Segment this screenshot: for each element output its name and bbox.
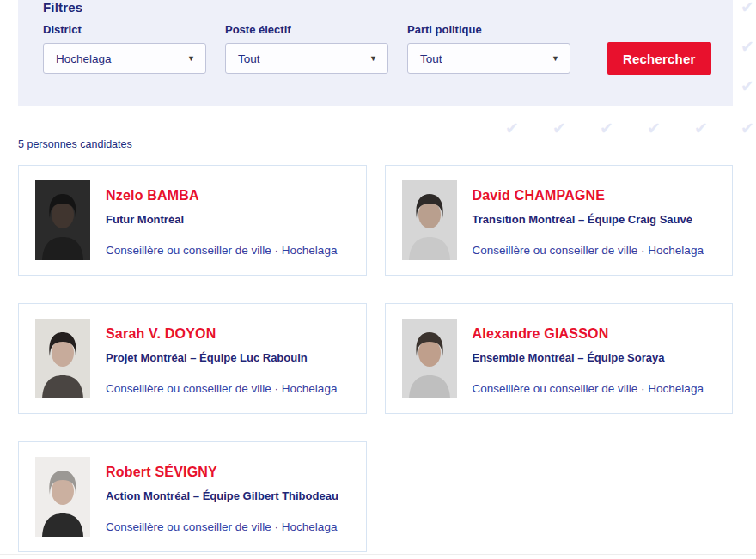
parti-select[interactable]: Tout ▼ <box>407 43 570 74</box>
checkmark-icon: ✔ <box>552 120 566 137</box>
checkmark-icon: ✔ <box>600 120 613 137</box>
filter-field-district: District Hochelaga ▼ <box>43 23 206 74</box>
poste-select-value: Tout <box>238 52 260 65</box>
section-divider <box>0 554 756 555</box>
poste-select[interactable]: Tout ▼ <box>225 43 388 74</box>
candidate-party: Futur Montréal <box>106 213 337 226</box>
candidate-role: Conseillère ou conseiller de ville · Hoc… <box>472 244 704 257</box>
candidate-info: Alexandre GIASSON Ensemble Montréal – Éq… <box>472 319 704 398</box>
candidate-name: David CHAMPAGNE <box>472 188 704 204</box>
checkmark-icon: ✔ <box>505 120 519 137</box>
district-label: District <box>43 23 206 36</box>
candidate-card[interactable]: Alexandre GIASSON Ensemble Montréal – Éq… <box>385 303 734 414</box>
filters-panel: Filtres District Hochelaga ▼ Poste élect… <box>18 0 733 106</box>
candidate-name: Sarah V. DOYON <box>106 326 337 342</box>
candidate-card[interactable]: Nzelo BAMBA Futur Montréal Conseillère o… <box>18 165 367 276</box>
filters-title: Filtres <box>43 0 733 15</box>
chevron-down-icon: ▼ <box>369 55 377 63</box>
search-button[interactable]: Rechercher <box>607 42 711 75</box>
poste-label: Poste électif <box>225 23 388 36</box>
candidate-photo <box>402 180 457 260</box>
candidate-info: Nzelo BAMBA Futur Montréal Conseillère o… <box>106 180 337 260</box>
candidate-photo <box>35 319 90 398</box>
candidate-role: Conseillère ou conseiller de ville · Hoc… <box>106 382 337 395</box>
filters-row: District Hochelaga ▼ Poste électif Tout … <box>43 23 733 74</box>
candidate-name: Alexandre GIASSON <box>472 326 704 342</box>
candidates-grid: Nzelo BAMBA Futur Montréal Conseillère o… <box>18 165 733 552</box>
candidate-card[interactable]: David CHAMPAGNE Transition Montréal – Éq… <box>385 165 734 276</box>
candidate-role: Conseillère ou conseiller de ville · Hoc… <box>472 382 704 395</box>
chevron-down-icon: ▼ <box>552 55 559 63</box>
checkmark-icon: ✔ <box>741 78 754 94</box>
checkmark-icon: ✔ <box>741 120 754 137</box>
candidate-name: Robert SÉVIGNY <box>106 465 338 480</box>
district-select[interactable]: Hochelaga ▼ <box>43 43 206 74</box>
checkmark-icon: ✔ <box>741 39 754 55</box>
candidate-party: Ensemble Montréal – Équipe Soraya <box>472 351 704 364</box>
candidate-photo <box>35 457 90 537</box>
checkmark-icon: ✔ <box>694 120 708 137</box>
candidate-info: David CHAMPAGNE Transition Montréal – Éq… <box>472 180 704 260</box>
candidate-name: Nzelo BAMBA <box>106 188 337 204</box>
parti-label: Parti politique <box>407 23 570 36</box>
parti-select-value: Tout <box>420 52 442 65</box>
candidate-party: Transition Montréal – Équipe Craig Sauvé <box>472 213 704 226</box>
candidate-card[interactable]: Robert SÉVIGNY Action Montréal – Équipe … <box>18 441 367 552</box>
candidate-photo <box>402 319 457 398</box>
chevron-down-icon: ▼ <box>187 55 195 63</box>
candidate-role: Conseillère ou conseiller de ville · Hoc… <box>106 244 337 257</box>
candidate-info: Sarah V. DOYON Projet Montréal – Équipe … <box>106 319 337 398</box>
candidate-info: Robert SÉVIGNY Action Montréal – Équipe … <box>106 457 338 537</box>
candidate-role: Conseillère ou conseiller de ville · Hoc… <box>106 520 338 533</box>
candidate-photo <box>35 180 90 260</box>
district-select-value: Hochelaga <box>56 52 112 65</box>
filter-field-parti: Parti politique Tout ▼ <box>407 23 570 74</box>
filter-field-poste: Poste électif Tout ▼ <box>225 23 388 74</box>
checkmark-icon: ✔ <box>647 120 661 137</box>
candidate-party: Projet Montréal – Équipe Luc Rabouin <box>106 351 337 364</box>
results-count: 5 personnes candidates <box>18 138 132 150</box>
checkmark-icon: ✔ <box>741 0 754 15</box>
candidate-card[interactable]: Sarah V. DOYON Projet Montréal – Équipe … <box>18 303 367 414</box>
candidate-party: Action Montréal – Équipe Gilbert Thibode… <box>106 489 338 502</box>
